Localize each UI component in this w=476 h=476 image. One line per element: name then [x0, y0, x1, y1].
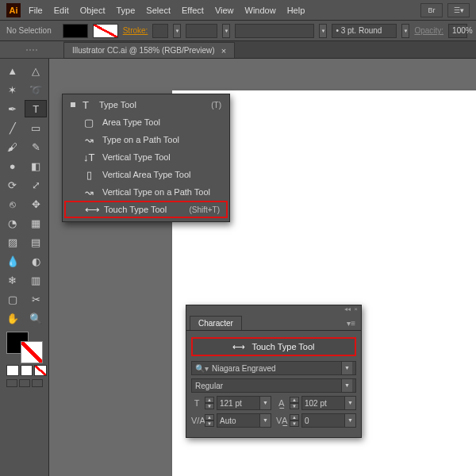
- scale-tool[interactable]: ⤢: [25, 176, 48, 194]
- flyout-item-label: Touch Type Tool: [104, 205, 181, 214]
- document-tab-label: Illustrator CC.ai @ 158% (RGB/Preview): [72, 46, 215, 55]
- touch-type-button-label: Touch Type Tool: [251, 342, 314, 351]
- stroke-weight-input[interactable]: [152, 24, 168, 38]
- flyout-shortcut: (T): [211, 101, 221, 109]
- slice-tool[interactable]: ✂: [25, 290, 48, 308]
- opacity-label[interactable]: Opacity:: [414, 26, 443, 35]
- zoom-tool[interactable]: 🔍: [25, 309, 48, 327]
- panel-menu-icon[interactable]: ▾≡: [344, 317, 358, 330]
- leading-icon: A̲: [276, 398, 287, 409]
- menu-file[interactable]: File: [29, 6, 43, 15]
- stroke-weight-dd[interactable]: ▼: [173, 24, 181, 38]
- brush-def-input[interactable]: [235, 24, 314, 38]
- touch-type-tool-button[interactable]: ⟷ Touch Type Tool: [191, 337, 356, 356]
- tool-icon: ⟷: [85, 204, 96, 216]
- leading-input[interactable]: 102 pt▼: [301, 396, 356, 410]
- screen-mode-buttons[interactable]: [6, 379, 47, 387]
- menu-select[interactable]: Select: [146, 6, 171, 15]
- pencil-tool[interactable]: ✎: [25, 138, 48, 155]
- document-tab[interactable]: Illustrator CC.ai @ 158% (RGB/Preview) ×: [63, 42, 235, 58]
- font-family-dropdown[interactable]: 🔍▾ Niagara Engraved ▼: [191, 361, 356, 375]
- free-transform-tool[interactable]: ✥: [25, 195, 48, 213]
- eyedropper-tool[interactable]: 💧: [2, 252, 24, 270]
- workspace-switcher[interactable]: ☰▾: [447, 3, 470, 17]
- leading-stepper[interactable]: ▲▼: [290, 397, 299, 409]
- flyout-item-vertical-type-tool[interactable]: ↓TVertical Type Tool: [64, 148, 228, 166]
- blob-brush-tool[interactable]: ●: [2, 157, 24, 175]
- hand-tool[interactable]: ✋: [2, 309, 24, 327]
- mesh-tool[interactable]: ▨: [2, 233, 24, 251]
- menu-help[interactable]: Help: [287, 6, 305, 15]
- menu-edit[interactable]: Edit: [54, 6, 69, 15]
- eraser-tool[interactable]: ◧: [25, 157, 48, 175]
- flyout-item-vertical-type-on-a-path-tool[interactable]: ↝Vertical Type on a Path Tool: [64, 183, 228, 201]
- flyout-item-vertical-area-type-tool[interactable]: ▯Vertical Area Type Tool: [64, 166, 228, 183]
- chevron-down-icon[interactable]: ▼: [341, 362, 352, 374]
- menu-effect[interactable]: Effect: [182, 6, 204, 15]
- fill-swatch[interactable]: [63, 24, 88, 38]
- document-tab-bar: Illustrator CC.ai @ 158% (RGB/Preview) ×: [0, 41, 476, 59]
- toolbox: ▲△✶➰✒T╱▭🖌✎●◧⟳⤢⎋✥◔▦▨▤💧◐❄▥▢✂✋🔍: [0, 59, 49, 476]
- magic-wand-tool[interactable]: ✶: [2, 81, 24, 98]
- flyout-item-touch-type-tool[interactable]: ⟷Touch Type Tool(Shift+T): [64, 201, 228, 218]
- rotate-tool[interactable]: ⟳: [2, 176, 24, 194]
- menu-type[interactable]: Type: [117, 6, 136, 15]
- stroke-swatch[interactable]: [93, 24, 118, 38]
- paintbrush-tool[interactable]: 🖌: [2, 138, 24, 155]
- character-panel[interactable]: ◂◂× Character ▾≡ ⟷ Touch Type Tool 🔍▾ Ni…: [186, 305, 362, 438]
- kerning-stepper[interactable]: ▲▼: [205, 414, 214, 427]
- shape-builder-tool[interactable]: ◔: [2, 214, 24, 232]
- opacity-input[interactable]: 100%: [448, 24, 467, 38]
- color-swatch[interactable]: [21, 365, 33, 376]
- panel-drag-handle[interactable]: ◂◂×: [186, 305, 361, 313]
- character-tab[interactable]: Character: [190, 316, 242, 330]
- tracking-icon: VA̲: [276, 416, 287, 426]
- brush-def-dd[interactable]: ▼: [319, 24, 327, 38]
- select-tool[interactable]: ▲: [2, 62, 24, 79]
- brush-preset-input[interactable]: • 3 pt. Round: [332, 24, 397, 38]
- tool-icon: ↝: [83, 186, 94, 198]
- menu-object[interactable]: Object: [80, 6, 106, 15]
- tool-icon: ↝: [83, 134, 94, 146]
- font-size-icon: T: [191, 398, 202, 408]
- close-document-icon[interactable]: ×: [221, 46, 226, 56]
- fill-stroke-swatch[interactable]: [6, 332, 43, 363]
- menu-view[interactable]: View: [215, 6, 234, 15]
- pen-tool[interactable]: ✒: [2, 100, 23, 117]
- font-size-input[interactable]: 121 pt▼: [217, 396, 271, 410]
- stroke-label[interactable]: Stroke:: [123, 26, 148, 35]
- type-tool[interactable]: T: [25, 100, 47, 117]
- toolbox-drag-handle[interactable]: [0, 41, 63, 59]
- flyout-item-area-type-tool[interactable]: ▢Area Type Tool: [64, 113, 228, 131]
- font-size-stepper[interactable]: ▲▼: [205, 397, 214, 409]
- stroke-profile-dd[interactable]: ▼: [222, 24, 230, 38]
- flyout-item-type-on-a-path-tool[interactable]: ↝Type on a Path Tool: [64, 131, 228, 148]
- tracking-stepper[interactable]: ▲▼: [290, 414, 299, 427]
- bridge-button[interactable]: Br: [420, 3, 443, 17]
- rectangle-tool[interactable]: ▭: [25, 119, 48, 136]
- artboard-tool[interactable]: ▢: [2, 290, 24, 308]
- brush-preset-dd[interactable]: ▼: [401, 24, 409, 38]
- perspective-tool[interactable]: ▦: [25, 214, 48, 232]
- blend-tool[interactable]: ◐: [25, 252, 48, 270]
- chevron-down-icon[interactable]: ▼: [341, 379, 352, 392]
- font-style-dropdown[interactable]: Regular ▼: [191, 378, 356, 393]
- width-tool[interactable]: ⎋: [2, 195, 24, 213]
- stroke-profile-input[interactable]: [186, 24, 217, 38]
- tracking-input[interactable]: 0▼: [301, 413, 356, 428]
- lasso-tool[interactable]: ➰: [25, 81, 48, 98]
- tool-icon: ▯: [83, 169, 94, 181]
- none-swatch[interactable]: [34, 365, 47, 376]
- direct-select-tool[interactable]: △: [25, 62, 48, 79]
- kerning-input[interactable]: Auto▼: [217, 413, 271, 428]
- color-swatch[interactable]: [6, 365, 19, 376]
- tool-icon: ▢: [83, 117, 94, 129]
- symbol-sprayer-tool[interactable]: ❄: [2, 271, 24, 289]
- flyout-item-type-tool[interactable]: TType Tool(T): [64, 96, 228, 113]
- column-graph-tool[interactable]: ▥: [25, 271, 48, 289]
- tool-icon: ↓T: [83, 152, 94, 163]
- menu-window[interactable]: Window: [245, 6, 276, 15]
- line-tool[interactable]: ╱: [2, 119, 24, 136]
- flyout-shortcut: (Shift+T): [189, 205, 220, 214]
- gradient-tool[interactable]: ▤: [25, 233, 48, 251]
